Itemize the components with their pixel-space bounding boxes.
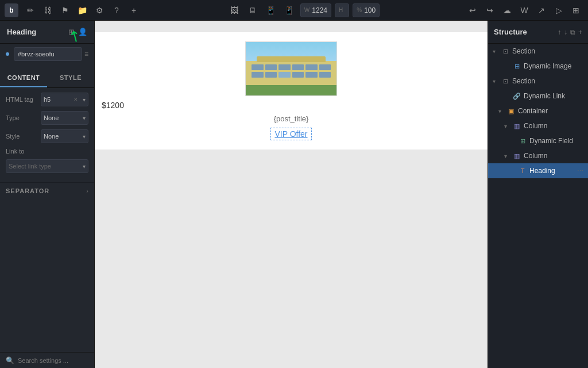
chevron-col1: ▾: [504, 123, 512, 129]
container-icon: ▣: [506, 108, 516, 115]
panel-header: Heading ⊞ 👤: [0, 21, 94, 44]
canvas-vip-offer[interactable]: VIP Offer: [270, 128, 311, 140]
style-select-wrapper: None: [41, 129, 88, 143]
html-tag-select[interactable]: h5 h1 h2 h3 h4 h6: [41, 93, 88, 106]
phone-icon[interactable]: 📱: [282, 3, 297, 18]
panel-icon-2[interactable]: 👤: [78, 28, 87, 36]
search-bar: 🔍 ⚙: [0, 352, 94, 368]
html-tag-row: HTML tag h5 h1 h2 h3 h4 h6: [6, 93, 88, 106]
tree-column1[interactable]: ▾ ▥ Column: [488, 118, 588, 133]
height-label: H: [339, 7, 343, 13]
chevron-container: ▾: [498, 108, 506, 114]
building-body: [246, 61, 336, 95]
canvas-price: $1200: [102, 101, 124, 110]
wordpress-icon[interactable]: W: [517, 3, 532, 18]
tree-dynamic-image-label: Dynamic Image: [524, 62, 583, 70]
tree-container-label: Container: [518, 107, 583, 115]
type-select[interactable]: None: [41, 111, 88, 125]
link-to-select[interactable]: Select link type: [6, 159, 88, 173]
tree-container[interactable]: ▾ ▣ Container: [488, 103, 588, 118]
tab-style[interactable]: STYLE: [47, 69, 94, 87]
search-icon: 🔍: [6, 356, 14, 365]
help-icon[interactable]: ?: [109, 3, 124, 18]
style-row: Style None: [6, 129, 88, 143]
type-row: Type None: [6, 111, 88, 125]
tree-section1[interactable]: ▾ ⊡ Section: [488, 44, 588, 59]
right-panel-header: Structure ↑ ↓ ⧉ +: [488, 21, 588, 44]
html-tag-select-wrapper: h5 h1 h2 h3 h4 h6: [41, 93, 88, 106]
upload-icon[interactable]: ↑: [558, 28, 561, 36]
tree-column2[interactable]: ▾ ▥ Column: [488, 148, 588, 163]
type-select-wrapper: None: [41, 111, 88, 125]
logo: b: [5, 3, 18, 17]
share-icon[interactable]: ↗: [534, 3, 549, 18]
width-field[interactable]: W 1224: [300, 3, 331, 17]
column-icon2: ▥: [512, 152, 521, 160]
style-label: Style: [6, 133, 37, 140]
panel-icon-1[interactable]: ⊞: [68, 28, 75, 36]
win: [278, 72, 291, 78]
separator-chevron: ›: [86, 187, 88, 194]
monitor-icon[interactable]: 🖥: [245, 3, 260, 18]
grid-icon[interactable]: ⊞: [568, 3, 583, 18]
pencil-icon[interactable]: ✏: [23, 3, 38, 18]
heading-icon: T: [518, 167, 527, 174]
separator-label: SEPARATOR: [6, 187, 49, 194]
plus-icon[interactable]: +: [126, 3, 141, 18]
style-select[interactable]: None: [41, 129, 88, 143]
image-inner: [246, 42, 336, 95]
chevron-down-icon2: ▾: [493, 78, 501, 85]
tree-section2[interactable]: ▾ ⊡ Section: [488, 74, 588, 89]
download-icon[interactable]: ↓: [564, 28, 567, 36]
zoom-field[interactable]: % 100: [353, 3, 380, 17]
trees: [246, 85, 336, 95]
tree-dynamic-image[interactable]: ⊞ Dynamic Image: [488, 59, 588, 74]
undo-icon[interactable]: ↩: [465, 3, 480, 18]
win: [278, 64, 291, 70]
tab-content[interactable]: CONTENT: [0, 69, 47, 87]
tree-dynamic-link[interactable]: 🔗 Dynamic Link: [488, 89, 588, 103]
win: [252, 64, 264, 70]
settings-icon[interactable]: ⚙: [92, 3, 107, 18]
win: [252, 72, 264, 78]
image-icon[interactable]: 🖼: [227, 3, 242, 18]
panel-fields: HTML tag h5 h1 h2 h3 h4 h6 Type: [0, 88, 94, 183]
dynamic-tag[interactable]: #brvz-soeofu: [14, 47, 82, 61]
tablet-icon[interactable]: 📱: [264, 3, 278, 18]
cloud-icon[interactable]: ☁: [500, 3, 514, 18]
canvas-post-title: {post_title}: [274, 114, 309, 123]
panel-header-icons: ⊞ 👤: [68, 28, 87, 36]
flag-icon[interactable]: ⚑: [57, 3, 72, 18]
chain-icon[interactable]: ⛓: [40, 3, 55, 18]
add-icon[interactable]: +: [578, 28, 582, 36]
canvas-image: [245, 41, 337, 96]
height-field[interactable]: H: [335, 3, 349, 17]
tree-dynamic-field[interactable]: ⊞ Dynamic Field: [488, 133, 588, 148]
tree-section1-label: Section: [512, 47, 583, 55]
left-panel: Heading ⊞ 👤 ↖ #brvz-soeofu ≡ CONTENT STY…: [0, 21, 95, 368]
dynamic-tag-row: #brvz-soeofu ≡: [6, 47, 88, 61]
separator-section[interactable]: SEPARATOR ›: [0, 183, 94, 199]
tag-icon[interactable]: ≡: [84, 50, 88, 58]
top-bar: b ✏ ⛓ ⚑ 📁 ⚙ ? + 🖼 🖥 📱 📱 W 1224 H % 100 ↩…: [0, 0, 588, 21]
win: [305, 64, 318, 70]
percent-label: %: [357, 7, 362, 13]
windows: [246, 61, 336, 81]
link-to-row: Link to: [6, 148, 88, 155]
tree-heading[interactable]: T Heading ⋯: [488, 163, 588, 178]
preview-icon[interactable]: ▷: [551, 3, 566, 18]
dynamic-field-icon: ⊞: [518, 137, 527, 145]
tree-dynamic-field-label: Dynamic Field: [529, 137, 583, 145]
chevron-down-icon: ▾: [493, 48, 501, 55]
tree-heading-action[interactable]: ⋯: [577, 167, 583, 175]
canvas: $1200 {post_title} VIP Offer: [95, 21, 488, 368]
folder-icon[interactable]: 📁: [75, 3, 90, 18]
redo-icon[interactable]: ↪: [482, 3, 497, 18]
right-panel: Structure ↑ ↓ ⧉ + ▾ ⊡ Section ⊞ Dynamic …: [488, 21, 588, 368]
section-icon2: ⊡: [501, 78, 510, 85]
copy-icon[interactable]: ⧉: [570, 28, 575, 36]
link-to-select-row: Select link type: [6, 159, 88, 173]
search-input[interactable]: [18, 357, 97, 364]
link-to-label: Link to: [6, 148, 37, 155]
dynamic-field-section: #brvz-soeofu ≡: [0, 44, 94, 69]
